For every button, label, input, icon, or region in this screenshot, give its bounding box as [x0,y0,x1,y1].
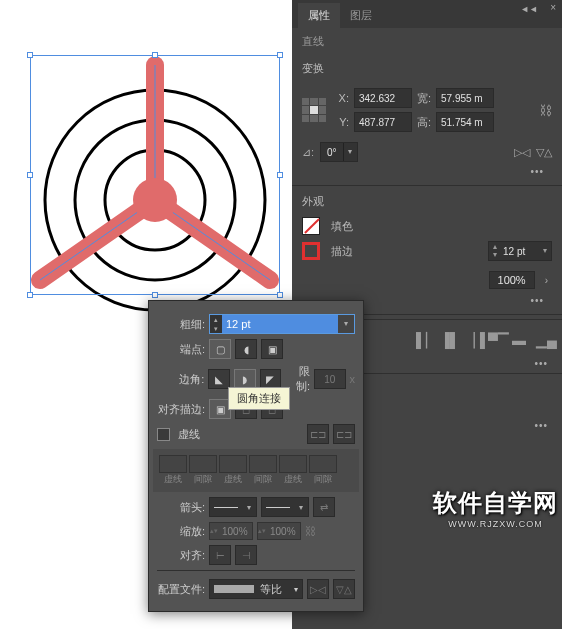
stroke-weight-field[interactable]: ▴▾ ▾ [488,241,552,261]
align-vcenter-icon[interactable]: ▬ [512,332,528,348]
align-stroke-label: 对齐描边: [157,402,205,417]
opacity-more-icon[interactable]: › [541,275,552,286]
dash-label: 虚线 [159,473,187,486]
corner-bevel-icon[interactable]: ◤ [260,369,282,389]
selection-handle[interactable] [277,172,283,178]
cap-projecting-icon[interactable]: ▣ [261,339,283,359]
arrow-scale-start: ▴▾100% [209,522,253,540]
link-scale-icon: ⛓ [305,525,316,537]
dash-label: 虚线 [279,473,307,486]
arrow-scale-end: ▴▾100% [257,522,301,540]
arrowhead-label: 箭头: [157,500,205,515]
x-input[interactable] [354,88,412,108]
selection-handle[interactable] [152,292,158,298]
dash-align-icon: ⊏⊐ [333,424,355,444]
gap-input [309,455,337,473]
tooltip: 圆角连接 [228,387,290,410]
width-input[interactable] [436,88,494,108]
swap-arrows-icon: ⇄ [313,497,335,517]
appearance-section: 外观 填色 描边 ▴▾ ▾ 100% › ••• [292,186,562,315]
gap-input [249,455,277,473]
dash-input [279,455,307,473]
selection-handle[interactable] [27,172,33,178]
limit-input: 10 [314,369,346,389]
more-options-icon[interactable]: ••• [302,164,552,177]
watermark: 软件自学网 WWW.RJZXW.COM [433,487,558,529]
dashed-label: 虚线 [178,427,200,442]
cap-butt-icon[interactable]: ▢ [209,339,231,359]
watermark-sub: WWW.RJZXW.COM [433,519,558,529]
object-type-label: 直线 [292,28,562,53]
limit-unit: x [350,373,356,385]
dash-preserve-icon: ⊏⊐ [307,424,329,444]
corner-round-icon[interactable]: ◗ [234,369,256,389]
profile-flip-x-icon: ▷◁ [307,579,329,599]
reference-point-picker[interactable] [302,98,326,122]
weight-label: 粗细: [157,317,205,332]
profile-flip-y-icon: ▽△ [333,579,355,599]
collapse-icon[interactable]: ◄◄ [520,4,538,14]
align-bottom-icon[interactable]: ▁▄ [536,332,552,348]
selection-handle[interactable] [27,292,33,298]
align-left-icon[interactable]: ▌▏ [416,332,432,348]
cap-label: 端点: [157,342,205,357]
stroke-label[interactable]: 描边 [331,244,353,259]
selection-handle[interactable] [152,52,158,58]
align-right-icon[interactable]: ▕▐ [464,332,480,348]
opacity-input[interactable]: 100% [489,271,535,289]
stroke-panel-popup: 粗细: ▴▾ 12 pt ▾ 端点: ▢ ◖ ▣ 边角: ◣ ◗ ◤ 限制: 1… [148,300,364,612]
arrow-align-extend-icon: ⊢ [209,545,231,565]
y-input[interactable] [354,112,412,132]
rotation-input[interactable]: 0°▾ [320,142,358,162]
transform-section: 变换 X: 宽: Y: 高: [292,53,562,186]
dash-label: 虚线 [219,473,247,486]
arrow-align-tip-icon: ⊣ [235,545,257,565]
stroke-weight-input[interactable]: ▴▾ 12 pt ▾ [209,314,355,334]
dashed-inputs-group: 虚线 间隙 虚线 间隙 虚线 间隙 [153,449,359,492]
angle-icon: ⊿: [302,146,314,159]
watermark-main: 软件自学网 [433,487,558,519]
gap-label: 间隙 [249,473,277,486]
profile-select[interactable]: 等比 ▾ [209,579,303,599]
height-input[interactable] [436,112,494,132]
gap-input [189,455,217,473]
panel-header: ◄◄ × 属性 图层 [292,0,562,28]
scale-label: 缩放: [157,524,205,539]
selection-handle[interactable] [277,292,283,298]
gap-label: 间隙 [309,473,337,486]
dashed-checkbox[interactable] [157,428,170,441]
width-label: 宽: [417,91,431,106]
flip-horizontal-icon[interactable]: ▷◁ [514,146,530,159]
cap-round-icon[interactable]: ◖ [235,339,257,359]
align-top-icon[interactable]: ▀▔ [488,332,504,348]
selection-handle[interactable] [27,52,33,58]
fill-swatch[interactable] [302,217,320,235]
appearance-title: 外观 [302,194,552,209]
x-label: X: [335,92,349,104]
fill-label: 填色 [331,219,353,234]
link-wh-icon[interactable]: ⛓ [539,103,552,118]
dash-input [219,455,247,473]
panel-menu-icon[interactable]: × [550,2,556,13]
tab-layers[interactable]: 图层 [340,3,382,28]
flip-vertical-icon[interactable]: ▽△ [536,146,552,159]
y-label: Y: [335,116,349,128]
height-label: 高: [417,115,431,130]
arrow-start-select[interactable]: ▾ [209,497,257,517]
arrow-end-select[interactable]: ▾ [261,497,309,517]
profile-label: 配置文件: [157,582,205,597]
selection-handle[interactable] [277,52,283,58]
stroke-swatch[interactable] [302,242,320,260]
tab-properties[interactable]: 属性 [298,3,340,28]
dash-input [159,455,187,473]
selection-bounds [30,55,280,295]
corner-label: 边角: [157,372,204,387]
align-hcenter-icon[interactable]: ▐▌ [440,332,456,348]
align-arrow-label: 对齐: [157,548,205,563]
transform-title: 变换 [302,61,552,76]
corner-miter-icon[interactable]: ◣ [208,369,230,389]
gap-label: 间隙 [189,473,217,486]
